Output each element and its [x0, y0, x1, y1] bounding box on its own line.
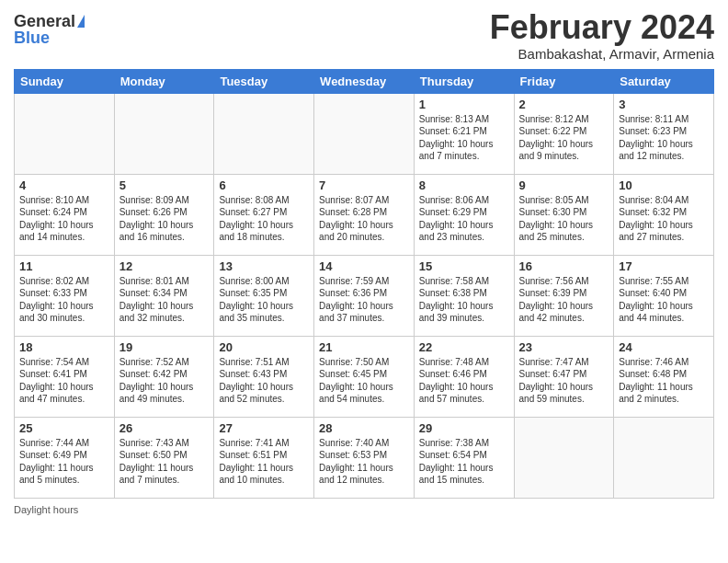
calendar-cell: 26Sunrise: 7:43 AM Sunset: 6:50 PM Dayli… — [114, 417, 214, 498]
calendar-cell: 20Sunrise: 7:51 AM Sunset: 6:43 PM Dayli… — [214, 336, 314, 417]
day-number: 11 — [19, 259, 109, 273]
calendar-week-5: 25Sunrise: 7:44 AM Sunset: 6:49 PM Dayli… — [15, 417, 714, 498]
calendar-cell: 2Sunrise: 8:12 AM Sunset: 6:22 PM Daylig… — [514, 93, 614, 174]
day-number: 8 — [419, 178, 509, 192]
calendar-cell: 1Sunrise: 8:13 AM Sunset: 6:21 PM Daylig… — [414, 93, 514, 174]
calendar-table: SundayMondayTuesdayWednesdayThursdayFrid… — [14, 69, 714, 499]
day-info: Sunrise: 8:04 AM Sunset: 6:32 PM Dayligh… — [619, 194, 709, 244]
day-number: 10 — [619, 178, 709, 192]
day-info: Sunrise: 8:12 AM Sunset: 6:22 PM Dayligh… — [519, 113, 609, 163]
calendar-cell: 18Sunrise: 7:54 AM Sunset: 6:41 PM Dayli… — [15, 336, 115, 417]
day-number: 21 — [319, 340, 409, 354]
day-info: Sunrise: 7:59 AM Sunset: 6:36 PM Dayligh… — [319, 275, 409, 325]
day-info: Sunrise: 8:01 AM Sunset: 6:34 PM Dayligh… — [119, 275, 210, 325]
calendar-cell: 29Sunrise: 7:38 AM Sunset: 6:54 PM Dayli… — [414, 417, 514, 498]
calendar-cell: 10Sunrise: 8:04 AM Sunset: 6:32 PM Dayli… — [614, 174, 714, 255]
month-title: February 2024 — [490, 9, 714, 46]
calendar-cell: 5Sunrise: 8:09 AM Sunset: 6:26 PM Daylig… — [114, 174, 214, 255]
day-info: Sunrise: 7:51 AM Sunset: 6:43 PM Dayligh… — [219, 356, 309, 406]
calendar-cell: 22Sunrise: 7:48 AM Sunset: 6:46 PM Dayli… — [414, 336, 514, 417]
day-info: Sunrise: 8:05 AM Sunset: 6:30 PM Dayligh… — [519, 194, 609, 244]
day-info: Sunrise: 8:00 AM Sunset: 6:35 PM Dayligh… — [219, 275, 309, 325]
day-number: 25 — [19, 421, 109, 435]
calendar-header-saturday: Saturday — [614, 69, 714, 93]
calendar-cell: 7Sunrise: 8:07 AM Sunset: 6:28 PM Daylig… — [314, 174, 415, 255]
day-number: 15 — [419, 259, 509, 273]
day-number: 17 — [619, 259, 709, 273]
day-info: Sunrise: 7:46 AM Sunset: 6:48 PM Dayligh… — [619, 356, 709, 406]
calendar-cell: 14Sunrise: 7:59 AM Sunset: 6:36 PM Dayli… — [314, 255, 415, 336]
day-info: Sunrise: 8:13 AM Sunset: 6:21 PM Dayligh… — [419, 113, 509, 163]
day-info: Sunrise: 7:44 AM Sunset: 6:49 PM Dayligh… — [19, 437, 109, 487]
day-number: 3 — [619, 98, 709, 111]
calendar-header-friday: Friday — [514, 69, 614, 93]
day-info: Sunrise: 7:47 AM Sunset: 6:47 PM Dayligh… — [519, 356, 609, 406]
day-info: Sunrise: 8:08 AM Sunset: 6:27 PM Dayligh… — [219, 194, 309, 244]
calendar-cell: 19Sunrise: 7:52 AM Sunset: 6:42 PM Dayli… — [114, 336, 214, 417]
calendar-cell: 11Sunrise: 8:02 AM Sunset: 6:33 PM Dayli… — [15, 255, 115, 336]
day-number: 16 — [519, 259, 609, 273]
day-number: 24 — [619, 340, 709, 354]
calendar-header-tuesday: Tuesday — [214, 69, 314, 93]
calendar-cell: 6Sunrise: 8:08 AM Sunset: 6:27 PM Daylig… — [214, 174, 314, 255]
day-number: 4 — [19, 178, 109, 192]
calendar-cell: 23Sunrise: 7:47 AM Sunset: 6:47 PM Dayli… — [514, 336, 614, 417]
day-number: 28 — [319, 421, 409, 435]
logo-blue-text: Blue — [14, 29, 50, 46]
day-info: Sunrise: 7:58 AM Sunset: 6:38 PM Dayligh… — [419, 275, 509, 325]
day-number: 9 — [519, 178, 609, 192]
day-info: Sunrise: 7:41 AM Sunset: 6:51 PM Dayligh… — [219, 437, 309, 487]
day-number: 29 — [419, 421, 509, 435]
day-info: Sunrise: 8:09 AM Sunset: 6:26 PM Dayligh… — [119, 194, 210, 244]
day-number: 14 — [319, 259, 409, 273]
calendar-cell: 8Sunrise: 8:06 AM Sunset: 6:29 PM Daylig… — [414, 174, 514, 255]
day-number: 13 — [219, 259, 309, 273]
calendar-header-wednesday: Wednesday — [314, 69, 415, 93]
day-number: 2 — [519, 98, 609, 111]
day-info: Sunrise: 7:56 AM Sunset: 6:39 PM Dayligh… — [519, 275, 609, 325]
day-number: 27 — [219, 421, 309, 435]
day-number: 5 — [119, 178, 210, 192]
day-info: Sunrise: 7:43 AM Sunset: 6:50 PM Dayligh… — [119, 437, 210, 487]
calendar-cell: 4Sunrise: 8:10 AM Sunset: 6:24 PM Daylig… — [15, 174, 115, 255]
calendar-week-4: 18Sunrise: 7:54 AM Sunset: 6:41 PM Dayli… — [15, 336, 714, 417]
page: General Blue February 2024 Bambakashat, … — [0, 0, 728, 563]
calendar-cell: 12Sunrise: 8:01 AM Sunset: 6:34 PM Dayli… — [114, 255, 214, 336]
calendar-cell: 27Sunrise: 7:41 AM Sunset: 6:51 PM Dayli… — [214, 417, 314, 498]
day-number: 22 — [419, 340, 509, 354]
footer: Daylight hours — [14, 504, 714, 515]
calendar-cell — [314, 93, 415, 174]
day-number: 23 — [519, 340, 609, 354]
calendar-header-sunday: Sunday — [15, 69, 115, 93]
logo-general-text: General — [14, 13, 75, 29]
header: General Blue February 2024 Bambakashat, … — [14, 9, 714, 62]
day-info: Sunrise: 8:07 AM Sunset: 6:28 PM Dayligh… — [319, 194, 409, 244]
day-info: Sunrise: 7:50 AM Sunset: 6:45 PM Dayligh… — [319, 356, 409, 406]
calendar-cell: 13Sunrise: 8:00 AM Sunset: 6:35 PM Dayli… — [214, 255, 314, 336]
calendar-header-monday: Monday — [114, 69, 214, 93]
day-info: Sunrise: 8:10 AM Sunset: 6:24 PM Dayligh… — [19, 194, 109, 244]
day-number: 7 — [319, 178, 409, 192]
day-number: 18 — [19, 340, 109, 354]
logo: General Blue — [14, 9, 85, 46]
day-info: Sunrise: 7:38 AM Sunset: 6:54 PM Dayligh… — [419, 437, 509, 487]
calendar-cell: 9Sunrise: 8:05 AM Sunset: 6:30 PM Daylig… — [514, 174, 614, 255]
day-info: Sunrise: 7:54 AM Sunset: 6:41 PM Dayligh… — [19, 356, 109, 406]
calendar-cell — [614, 417, 714, 498]
day-info: Sunrise: 8:02 AM Sunset: 6:33 PM Dayligh… — [19, 275, 109, 325]
logo-triangle-icon — [77, 15, 85, 28]
calendar-cell: 3Sunrise: 8:11 AM Sunset: 6:23 PM Daylig… — [614, 93, 714, 174]
calendar-cell: 21Sunrise: 7:50 AM Sunset: 6:45 PM Dayli… — [314, 336, 415, 417]
day-info: Sunrise: 7:48 AM Sunset: 6:46 PM Dayligh… — [419, 356, 509, 406]
day-info: Sunrise: 8:06 AM Sunset: 6:29 PM Dayligh… — [419, 194, 509, 244]
calendar-header-thursday: Thursday — [414, 69, 514, 93]
calendar-cell — [114, 93, 214, 174]
day-info: Sunrise: 7:40 AM Sunset: 6:53 PM Dayligh… — [319, 437, 409, 487]
calendar-cell: 17Sunrise: 7:55 AM Sunset: 6:40 PM Dayli… — [614, 255, 714, 336]
day-info: Sunrise: 8:11 AM Sunset: 6:23 PM Dayligh… — [619, 113, 709, 163]
day-number: 1 — [419, 98, 509, 111]
day-number: 6 — [219, 178, 309, 192]
calendar-cell — [214, 93, 314, 174]
title-area: February 2024 Bambakashat, Armavir, Arme… — [490, 9, 714, 62]
calendar-cell: 24Sunrise: 7:46 AM Sunset: 6:48 PM Dayli… — [614, 336, 714, 417]
